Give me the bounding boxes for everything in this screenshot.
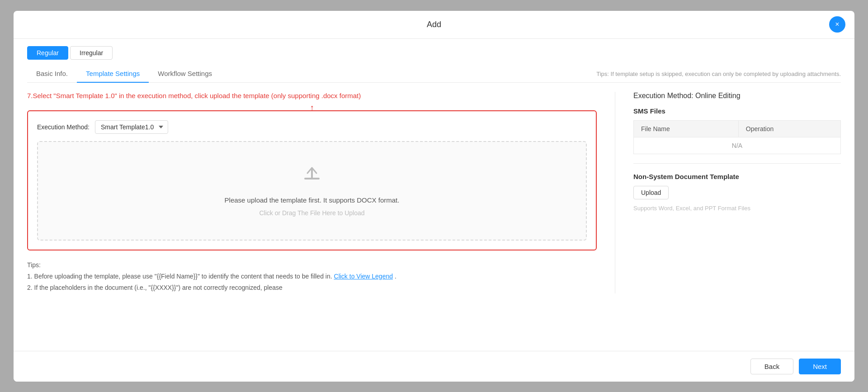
right-execution-title: Execution Method: Online Editing	[633, 92, 841, 100]
tips-header-text: Tips: If template setup is skipped, exec…	[596, 70, 841, 77]
upload-sub-text: Click or Drag The File Here to Upload	[259, 209, 364, 217]
tab-template-settings[interactable]: Template Settings	[77, 65, 149, 83]
instruction-text: 7.Select "Smart Template 1.0" in the exe…	[27, 92, 597, 99]
right-panel: Execution Method: Online Editing SMS Fil…	[615, 92, 841, 294]
na-row: N/A	[634, 137, 841, 154]
non-system-title: Non-System Document Template	[633, 173, 841, 180]
modal-body: Regular Irregular Basic Info. Template S…	[14, 39, 854, 351]
upload-icon	[302, 165, 322, 189]
tips-section: Tips: 1. Before uploading the template, …	[27, 260, 597, 294]
close-button[interactable]: ×	[829, 16, 845, 33]
tips-line1: 1. Before uploading the template, please…	[27, 271, 597, 282]
content-area: 7.Select "Smart Template 1.0" in the exe…	[27, 83, 841, 303]
tab-irregular[interactable]: Irregular	[70, 46, 113, 60]
back-button[interactable]: Back	[750, 359, 793, 374]
tab-regular[interactable]: Regular	[27, 46, 68, 60]
upload-main-text: Please upload the template first. It sup…	[225, 196, 400, 204]
na-cell: N/A	[634, 137, 841, 154]
modal-header: Add ×	[14, 11, 854, 39]
modal-title: Add	[427, 20, 441, 29]
tab-workflow-settings[interactable]: Workflow Settings	[149, 65, 221, 83]
modal-overlay: Add × Regular Irregular Basic Info. Temp…	[0, 0, 868, 392]
execution-box: Execution Method: Smart Template1.0 Onli…	[27, 110, 597, 250]
execution-method-select[interactable]: Smart Template1.0 Online Editing Upload …	[95, 120, 168, 134]
upload-button[interactable]: Upload	[633, 186, 669, 199]
left-panel: 7.Select "Smart Template 1.0" in the exe…	[27, 92, 597, 294]
modal-footer: Back Next	[14, 351, 854, 382]
type-tabs: Regular Irregular	[27, 39, 841, 60]
tips-line2: 2. If the placeholders in the document (…	[27, 282, 597, 293]
next-button[interactable]: Next	[799, 359, 841, 374]
step-tabs: Basic Info. Template Settings Workflow S…	[27, 65, 841, 83]
tips-title: Tips:	[27, 260, 597, 271]
supports-text: Supports Word, Excel, and PPT Format Fil…	[633, 205, 841, 212]
upload-area[interactable]: Please upload the template first. It sup…	[37, 141, 587, 241]
modal-container: Add × Regular Irregular Basic Info. Temp…	[14, 11, 854, 382]
execution-method-label: Execution Method:	[37, 123, 90, 131]
divider	[633, 163, 841, 164]
tab-basic-info[interactable]: Basic Info.	[27, 65, 77, 83]
sms-files-title: SMS Files	[633, 107, 841, 115]
files-table: File Name Operation N/A	[633, 120, 841, 154]
close-icon: ×	[835, 20, 839, 28]
file-name-col: File Name	[634, 120, 739, 137]
execution-row: Execution Method: Smart Template1.0 Onli…	[37, 120, 587, 134]
tips-legend-link[interactable]: Click to View Legend	[334, 273, 393, 280]
operation-col: Operation	[738, 120, 840, 137]
svg-rect-1	[311, 169, 313, 179]
